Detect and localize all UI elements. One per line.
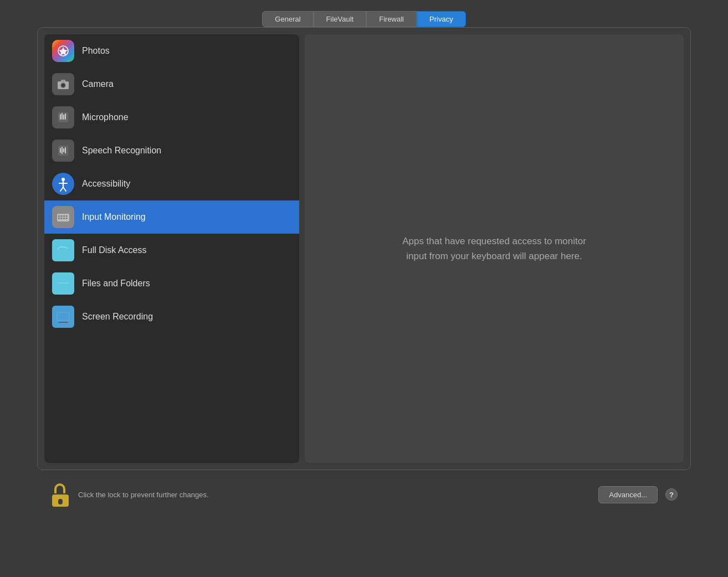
svg-rect-23 <box>61 215 63 217</box>
svg-rect-24 <box>63 215 65 217</box>
svg-rect-12 <box>60 148 61 153</box>
bottom-bar: Click the lock to prevent further change… <box>37 475 691 514</box>
sidebar-item-speech-recognition[interactable]: Speech Recognition <box>44 134 299 167</box>
content-area: Apps that have requested access to monit… <box>305 34 684 463</box>
svg-rect-33 <box>58 322 68 323</box>
keyboard-icon <box>52 206 74 228</box>
sidebar-item-label-speech: Speech Recognition <box>82 146 161 156</box>
sidebar-item-label-screen-recording: Screen Recording <box>82 312 153 322</box>
sidebar-item-label-camera: Camera <box>82 79 114 89</box>
lock-button[interactable] <box>50 482 70 507</box>
sidebar-item-label-input-monitoring: Input Monitoring <box>82 212 146 222</box>
svg-rect-13 <box>61 147 63 154</box>
svg-rect-9 <box>63 115 64 120</box>
svg-line-20 <box>63 187 66 191</box>
accessibility-icon <box>52 173 74 195</box>
sidebar-item-label-full-disk: Full Disk Access <box>82 245 146 255</box>
files-icon <box>52 272 74 295</box>
svg-rect-14 <box>63 148 64 152</box>
lock-shackle <box>54 483 65 493</box>
svg-rect-22 <box>58 215 60 217</box>
main-window: Photos Camera <box>37 27 691 470</box>
window-content: Photos Camera <box>38 28 690 470</box>
svg-rect-15 <box>65 147 66 153</box>
lock-hole <box>58 499 63 504</box>
sidebar-item-camera[interactable]: Camera <box>44 68 299 101</box>
sidebar-item-input-monitoring[interactable]: Input Monitoring <box>44 200 299 234</box>
svg-rect-25 <box>66 215 68 217</box>
content-message: Apps that have requested access to monit… <box>400 234 588 264</box>
svg-rect-10 <box>65 114 66 120</box>
svg-rect-8 <box>61 113 63 120</box>
microphone-icon <box>52 106 74 128</box>
sidebar-item-label-files-folders: Files and Folders <box>82 279 150 288</box>
svg-rect-5 <box>61 80 65 82</box>
sidebar-item-accessibility[interactable]: Accessibility <box>44 167 299 200</box>
lock-body <box>52 494 69 507</box>
advanced-button[interactable]: Advanced... <box>598 486 658 503</box>
help-button[interactable]: ? <box>665 488 678 501</box>
screen-recording-icon <box>52 306 74 328</box>
full-disk-icon <box>52 239 74 261</box>
photos-icon <box>52 40 74 62</box>
sidebar-item-microphone[interactable]: Microphone <box>44 101 299 134</box>
sidebar-item-screen-recording[interactable]: Screen Recording <box>44 300 299 333</box>
camera-icon <box>52 73 74 95</box>
sidebar-item-label-photos: Photos <box>82 46 110 56</box>
svg-marker-1 <box>59 47 68 55</box>
svg-rect-7 <box>60 114 61 120</box>
tab-firewall[interactable]: Firewall <box>366 11 417 27</box>
speech-icon <box>52 140 74 162</box>
svg-rect-26 <box>58 218 60 219</box>
svg-rect-27 <box>61 218 63 219</box>
tab-privacy[interactable]: Privacy <box>417 11 466 27</box>
tab-filevault[interactable]: FileVault <box>314 11 367 27</box>
sidebar-item-label-microphone: Microphone <box>82 112 129 122</box>
sidebar: Photos Camera <box>44 34 299 463</box>
sidebar-item-photos[interactable]: Photos <box>44 34 299 68</box>
svg-rect-28 <box>63 218 65 219</box>
lock-text: Click the lock to prevent further change… <box>78 491 591 499</box>
sidebar-item-full-disk-access[interactable]: Full Disk Access <box>44 234 299 267</box>
svg-rect-30 <box>57 312 69 321</box>
tab-bar: General FileVault Firewall Privacy <box>262 11 465 27</box>
sidebar-item-files-and-folders[interactable]: Files and Folders <box>44 267 299 300</box>
sidebar-item-label-accessibility: Accessibility <box>82 179 130 189</box>
svg-line-19 <box>60 187 63 191</box>
svg-rect-29 <box>66 218 68 219</box>
svg-point-4 <box>62 84 65 87</box>
tab-general[interactable]: General <box>262 11 313 27</box>
